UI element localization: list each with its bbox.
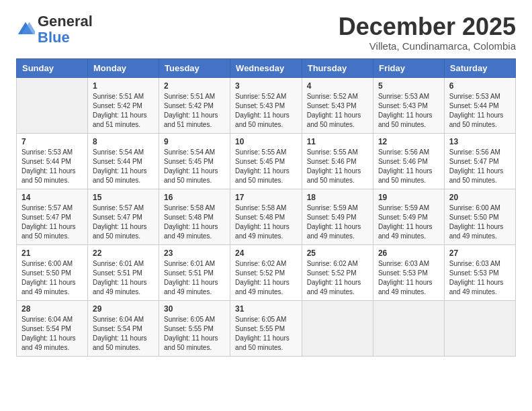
day-number: 15 [93,193,154,202]
table-row: 25Sunrise: 6:02 AM Sunset: 5:52 PM Dayli… [302,244,373,300]
day-info: Sunrise: 5:57 AM Sunset: 5:47 PM Dayligh… [21,203,83,241]
day-info: Sunrise: 5:53 AM Sunset: 5:44 PM Dayligh… [449,92,511,130]
header-sunday: Sunday [17,58,88,77]
day-number: 16 [164,193,225,202]
day-info: Sunrise: 5:58 AM Sunset: 5:48 PM Dayligh… [235,203,297,241]
table-row: 7Sunrise: 5:53 AM Sunset: 5:44 PM Daylig… [17,133,88,189]
table-row: 13Sunrise: 5:56 AM Sunset: 5:47 PM Dayli… [444,133,515,189]
day-info: Sunrise: 5:59 AM Sunset: 5:49 PM Dayligh… [378,203,439,241]
day-number: 11 [307,137,368,146]
day-info: Sunrise: 5:51 AM Sunset: 5:42 PM Dayligh… [93,92,154,130]
day-info: Sunrise: 5:53 AM Sunset: 5:44 PM Dayligh… [21,148,83,185]
day-number: 26 [378,248,439,258]
day-number: 4 [307,81,368,91]
table-row: 27Sunrise: 6:03 AM Sunset: 5:53 PM Dayli… [444,244,515,300]
day-info: Sunrise: 6:01 AM Sunset: 5:51 PM Dayligh… [93,259,154,297]
day-number: 31 [235,304,297,314]
header-saturday: Saturday [444,58,515,77]
day-info: Sunrise: 5:52 AM Sunset: 5:43 PM Dayligh… [307,92,368,130]
day-number: 12 [378,137,439,146]
day-number: 8 [93,137,154,146]
table-row: 30Sunrise: 6:05 AM Sunset: 5:55 PM Dayli… [159,300,230,356]
day-info: Sunrise: 6:04 AM Sunset: 5:54 PM Dayligh… [21,315,83,353]
day-info: Sunrise: 5:59 AM Sunset: 5:49 PM Dayligh… [307,203,368,241]
day-number: 23 [164,248,225,258]
logo: General Blue [16,13,93,46]
day-number: 2 [164,81,225,91]
day-number: 24 [235,248,297,258]
day-info: Sunrise: 6:05 AM Sunset: 5:55 PM Dayligh… [235,315,297,353]
header-wednesday: Wednesday [230,58,302,77]
calendar-header-row: Sunday Monday Tuesday Wednesday Thursday… [17,58,516,77]
table-row: 2Sunrise: 5:51 AM Sunset: 5:42 PM Daylig… [159,77,230,133]
header-tuesday: Tuesday [159,58,230,77]
calendar-week-4: 21Sunrise: 6:00 AM Sunset: 5:50 PM Dayli… [17,244,516,300]
logo-general-text: General [38,13,93,30]
table-row: 5Sunrise: 5:53 AM Sunset: 5:43 PM Daylig… [373,77,444,133]
day-number: 19 [378,193,439,202]
table-row: 29Sunrise: 6:04 AM Sunset: 5:54 PM Dayli… [87,300,159,356]
calendar-table: Sunday Monday Tuesday Wednesday Thursday… [16,58,516,357]
table-row: 10Sunrise: 5:55 AM Sunset: 5:45 PM Dayli… [230,133,302,189]
day-number: 7 [21,137,83,146]
day-number: 9 [164,137,225,146]
day-info: Sunrise: 6:03 AM Sunset: 5:53 PM Dayligh… [378,259,439,297]
table-row: 23Sunrise: 6:01 AM Sunset: 5:51 PM Dayli… [159,244,230,300]
title-area: December 2025 Villeta, Cundinamarca, Col… [339,13,516,52]
day-number: 3 [235,81,297,91]
page-header: General Blue December 2025 Villeta, Cund… [16,13,516,52]
day-info: Sunrise: 5:56 AM Sunset: 5:47 PM Dayligh… [449,148,511,185]
table-row: 26Sunrise: 6:03 AM Sunset: 5:53 PM Dayli… [373,244,444,300]
day-info: Sunrise: 6:01 AM Sunset: 5:51 PM Dayligh… [164,259,225,297]
location-title: Villeta, Cundinamarca, Colombia [339,40,516,52]
table-row [302,300,373,356]
table-row: 17Sunrise: 5:58 AM Sunset: 5:48 PM Dayli… [230,189,302,244]
day-number: 28 [21,304,83,314]
table-row: 24Sunrise: 6:02 AM Sunset: 5:52 PM Dayli… [230,244,302,300]
calendar-week-1: 1Sunrise: 5:51 AM Sunset: 5:42 PM Daylig… [17,77,516,133]
day-info: Sunrise: 6:00 AM Sunset: 5:50 PM Dayligh… [21,259,83,297]
calendar-week-3: 14Sunrise: 5:57 AM Sunset: 5:47 PM Dayli… [17,189,516,244]
day-info: Sunrise: 5:55 AM Sunset: 5:46 PM Dayligh… [307,148,368,185]
logo-blue-text: Blue [38,29,70,46]
day-number: 10 [235,137,297,146]
day-info: Sunrise: 5:55 AM Sunset: 5:45 PM Dayligh… [235,148,297,185]
logo-icon [16,20,35,39]
table-row: 4Sunrise: 5:52 AM Sunset: 5:43 PM Daylig… [302,77,373,133]
table-row: 14Sunrise: 5:57 AM Sunset: 5:47 PM Dayli… [17,189,88,244]
table-row: 21Sunrise: 6:00 AM Sunset: 5:50 PM Dayli… [17,244,88,300]
table-row: 3Sunrise: 5:52 AM Sunset: 5:43 PM Daylig… [230,77,302,133]
day-info: Sunrise: 5:54 AM Sunset: 5:44 PM Dayligh… [93,148,154,185]
table-row: 8Sunrise: 5:54 AM Sunset: 5:44 PM Daylig… [87,133,159,189]
day-info: Sunrise: 5:51 AM Sunset: 5:42 PM Dayligh… [164,92,225,130]
day-info: Sunrise: 6:00 AM Sunset: 5:50 PM Dayligh… [449,203,511,241]
day-number: 17 [235,193,297,202]
table-row: 1Sunrise: 5:51 AM Sunset: 5:42 PM Daylig… [87,77,159,133]
header-friday: Friday [373,58,444,77]
table-row: 19Sunrise: 5:59 AM Sunset: 5:49 PM Dayli… [373,189,444,244]
month-title: December 2025 [339,13,516,40]
table-row: 15Sunrise: 5:57 AM Sunset: 5:47 PM Dayli… [87,189,159,244]
day-number: 21 [21,248,83,258]
table-row: 18Sunrise: 5:59 AM Sunset: 5:49 PM Dayli… [302,189,373,244]
table-row [17,77,88,133]
day-info: Sunrise: 5:53 AM Sunset: 5:43 PM Dayligh… [378,92,439,130]
day-info: Sunrise: 5:52 AM Sunset: 5:43 PM Dayligh… [235,92,297,130]
day-info: Sunrise: 6:05 AM Sunset: 5:55 PM Dayligh… [164,315,225,353]
day-number: 18 [307,193,368,202]
day-info: Sunrise: 6:04 AM Sunset: 5:54 PM Dayligh… [93,315,154,353]
day-number: 6 [449,81,511,91]
day-number: 22 [93,248,154,258]
day-number: 14 [21,193,83,202]
day-number: 5 [378,81,439,91]
table-row: 16Sunrise: 5:58 AM Sunset: 5:48 PM Dayli… [159,189,230,244]
day-info: Sunrise: 6:02 AM Sunset: 5:52 PM Dayligh… [235,259,297,297]
table-row: 12Sunrise: 5:56 AM Sunset: 5:46 PM Dayli… [373,133,444,189]
day-info: Sunrise: 6:03 AM Sunset: 5:53 PM Dayligh… [449,259,511,297]
table-row [444,300,515,356]
calendar-week-5: 28Sunrise: 6:04 AM Sunset: 5:54 PM Dayli… [17,300,516,356]
header-monday: Monday [87,58,159,77]
day-info: Sunrise: 5:58 AM Sunset: 5:48 PM Dayligh… [164,203,225,241]
day-info: Sunrise: 5:57 AM Sunset: 5:47 PM Dayligh… [93,203,154,241]
table-row [373,300,444,356]
